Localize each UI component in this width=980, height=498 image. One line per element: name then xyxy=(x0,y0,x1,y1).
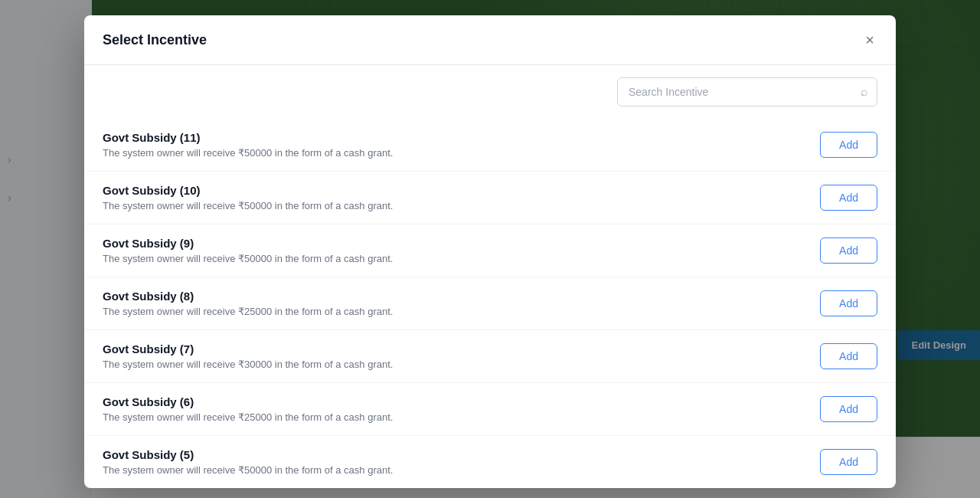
modal-overlay: Select Incentive × ⌕ Govt Subsidy (11) T… xyxy=(0,0,980,498)
incentive-name-3: Govt Subsidy (8) xyxy=(103,290,808,303)
incentive-item: Govt Subsidy (9) The system owner will r… xyxy=(84,224,896,277)
incentive-desc-3: The system owner will receive ₹25000 in … xyxy=(103,306,808,317)
search-icon: ⌕ xyxy=(861,85,868,99)
incentive-info-4: Govt Subsidy (7) The system owner will r… xyxy=(103,342,808,370)
incentive-name-2: Govt Subsidy (9) xyxy=(103,237,808,250)
incentive-item: Govt Subsidy (5) The system owner will r… xyxy=(84,436,896,488)
incentive-item: Govt Subsidy (6) The system owner will r… xyxy=(84,383,896,436)
incentive-item: Govt Subsidy (8) The system owner will r… xyxy=(84,277,896,330)
incentive-desc-6: The system owner will receive ₹50000 in … xyxy=(103,464,808,476)
add-incentive-button-2[interactable]: Add xyxy=(820,238,877,264)
incentive-item: Govt Subsidy (10) The system owner will … xyxy=(84,172,896,224)
incentive-name-5: Govt Subsidy (6) xyxy=(103,395,808,408)
add-incentive-button-5[interactable]: Add xyxy=(820,396,877,422)
modal-title: Select Incentive xyxy=(103,32,207,48)
incentive-info-1: Govt Subsidy (10) The system owner will … xyxy=(103,184,808,211)
incentive-item: Govt Subsidy (11) The system owner will … xyxy=(84,119,896,172)
incentive-list: Govt Subsidy (11) The system owner will … xyxy=(84,119,896,488)
incentive-item: Govt Subsidy (7) The system owner will r… xyxy=(84,330,896,383)
incentive-name-1: Govt Subsidy (10) xyxy=(103,184,808,197)
add-incentive-button-6[interactable]: Add xyxy=(820,449,877,475)
modal-header: Select Incentive × xyxy=(84,15,896,65)
incentive-desc-0: The system owner will receive ₹50000 in … xyxy=(103,147,808,159)
add-incentive-button-1[interactable]: Add xyxy=(820,185,877,211)
incentive-desc-2: The system owner will receive ₹50000 in … xyxy=(103,253,808,264)
close-button[interactable]: × xyxy=(862,29,877,51)
incentive-info-5: Govt Subsidy (6) The system owner will r… xyxy=(103,395,808,423)
incentive-name-4: Govt Subsidy (7) xyxy=(103,342,808,355)
incentive-info-3: Govt Subsidy (8) The system owner will r… xyxy=(103,290,808,317)
select-incentive-modal: Select Incentive × ⌕ Govt Subsidy (11) T… xyxy=(84,15,896,488)
incentive-info-2: Govt Subsidy (9) The system owner will r… xyxy=(103,237,808,264)
incentive-info-6: Govt Subsidy (5) The system owner will r… xyxy=(103,448,808,476)
incentive-name-6: Govt Subsidy (5) xyxy=(103,448,808,461)
search-box: ⌕ xyxy=(617,77,877,106)
add-incentive-button-4[interactable]: Add xyxy=(820,343,877,369)
incentive-info-0: Govt Subsidy (11) The system owner will … xyxy=(103,131,808,159)
incentive-desc-4: The system owner will receive ₹30000 in … xyxy=(103,359,808,370)
incentive-desc-5: The system owner will receive ₹25000 in … xyxy=(103,411,808,423)
incentive-desc-1: The system owner will receive ₹50000 in … xyxy=(103,200,808,211)
search-input[interactable] xyxy=(617,77,877,106)
add-incentive-button-0[interactable]: Add xyxy=(820,132,877,158)
search-section: ⌕ xyxy=(84,65,896,119)
incentive-name-0: Govt Subsidy (11) xyxy=(103,131,808,144)
add-incentive-button-3[interactable]: Add xyxy=(820,290,877,316)
